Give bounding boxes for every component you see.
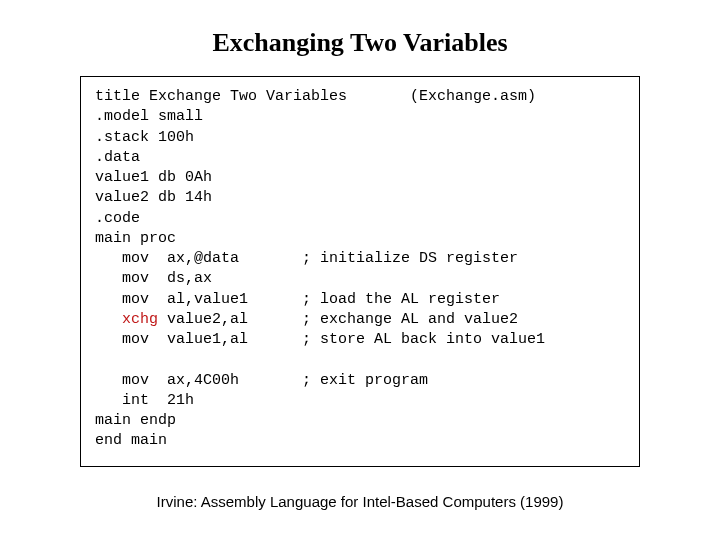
- slide: Exchanging Two Variables title Exchange …: [0, 0, 720, 540]
- code-line: main endp: [95, 412, 176, 429]
- code-line: .model small: [95, 108, 203, 125]
- code-line: end main: [95, 432, 167, 449]
- code-line: .data: [95, 149, 140, 166]
- code-comment: ; load the AL register: [302, 291, 500, 308]
- code-line: main proc: [95, 230, 176, 247]
- code-indent: [95, 311, 122, 328]
- slide-footer: Irvine: Assembly Language for Intel-Base…: [0, 493, 720, 510]
- code-line: .stack 100h: [95, 129, 194, 146]
- code-listing: title Exchange Two Variables (Exchange.a…: [80, 76, 640, 467]
- code-keyword-xchg: xchg: [122, 311, 158, 328]
- code-line: title Exchange Two Variables: [95, 88, 347, 105]
- code-line: value2 db 14h: [95, 189, 212, 206]
- code-comment: ; exchange AL and value2: [302, 311, 518, 328]
- slide-title: Exchanging Two Variables: [0, 28, 720, 58]
- code-line: (Exchange.asm): [410, 88, 536, 105]
- code-line: value1 db 0Ah: [95, 169, 212, 186]
- code-comment: ; exit program: [302, 372, 428, 389]
- code-line: mov al,value1: [95, 291, 248, 308]
- code-line: mov value1,al: [95, 331, 248, 348]
- code-line: mov ax,@data: [95, 250, 239, 267]
- code-line: mov ax,4C00h: [95, 372, 239, 389]
- code-line: mov ds,ax: [95, 270, 212, 287]
- code-line: value2,al: [158, 311, 248, 328]
- code-comment: ; store AL back into value1: [302, 331, 545, 348]
- code-line: int 21h: [95, 392, 194, 409]
- code-comment: ; initialize DS register: [302, 250, 518, 267]
- code-line: .code: [95, 210, 140, 227]
